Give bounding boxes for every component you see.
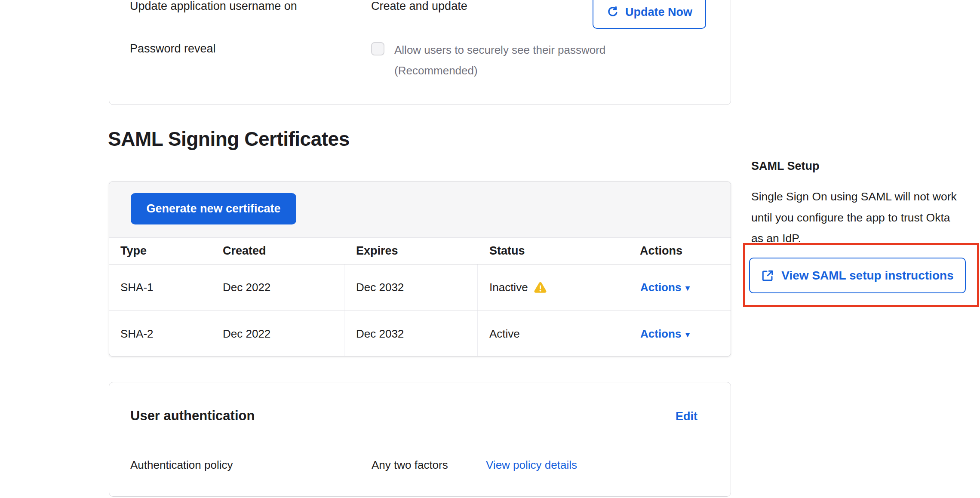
table-row-sha2: SHA-2 Dec 2022 Dec 2032 Active Actions ▾ <box>109 311 731 357</box>
refresh-icon <box>606 6 619 18</box>
cell-created: Dec 2022 <box>211 264 344 310</box>
actions-label: Actions <box>640 281 681 294</box>
view-saml-instructions-button[interactable]: View SAML setup instructions <box>749 258 966 293</box>
authentication-policy-label: Authentication policy <box>130 458 233 472</box>
user-authentication-heading: User authentication <box>130 408 255 424</box>
password-reveal-help-line2: (Recommended) <box>394 64 478 77</box>
view-saml-instructions-label: View SAML setup instructions <box>781 269 953 283</box>
edit-link[interactable]: Edit <box>676 410 697 423</box>
cell-expires: Dec 2032 <box>344 311 478 357</box>
password-reveal-help-line1: Allow users to securely see their passwo… <box>394 43 605 57</box>
cell-actions: Actions ▾ <box>628 311 731 357</box>
page-title: SAML Signing Certificates <box>108 127 350 151</box>
saml-setup-description: Single Sign On using SAML will not work … <box>751 186 960 249</box>
update-now-label: Update Now <box>625 6 692 19</box>
actions-label: Actions <box>640 327 681 341</box>
caret-down-icon: ▾ <box>685 283 690 293</box>
certificates-table-header: Type Created Expires Status Actions <box>109 238 731 264</box>
actions-dropdown[interactable]: Actions ▾ <box>628 327 690 341</box>
cell-status: Inactive <box>478 264 628 310</box>
password-reveal-checkbox[interactable] <box>371 42 384 55</box>
password-reveal-label: Password reveal <box>130 42 216 55</box>
username-update-label: Update application username on <box>130 0 297 13</box>
table-row-sha1: SHA-1 Dec 2022 Dec 2032 Inactive Actions… <box>109 264 731 311</box>
status-text: Active <box>489 327 520 341</box>
red-highlight-box: View SAML setup instructions <box>743 243 979 307</box>
cell-created: Dec 2022 <box>211 311 344 357</box>
col-header-created: Created <box>211 244 344 258</box>
user-authentication-card: User authentication Edit Authentication … <box>109 382 731 497</box>
saml-certificates-card: Generate new certificate Type Created Ex… <box>109 181 731 357</box>
col-header-type: Type <box>109 244 211 258</box>
cell-type: SHA-1 <box>109 264 211 310</box>
view-policy-details-link[interactable]: View policy details <box>486 458 577 472</box>
cell-status: Active <box>478 311 628 357</box>
cell-expires: Dec 2032 <box>344 264 478 310</box>
cell-type: SHA-2 <box>109 311 211 357</box>
cell-actions: Actions ▾ <box>628 264 731 310</box>
col-header-actions: Actions <box>628 244 731 258</box>
caret-down-icon: ▾ <box>685 329 690 339</box>
username-update-value: Create and update <box>371 0 467 13</box>
col-header-expires: Expires <box>344 244 478 258</box>
actions-dropdown[interactable]: Actions ▾ <box>628 281 690 294</box>
status-text: Inactive <box>489 281 528 294</box>
saml-setup-heading: SAML Setup <box>751 160 820 173</box>
provisioning-panel: Update application username on Create an… <box>109 0 731 105</box>
col-header-status: Status <box>478 244 628 258</box>
authentication-policy-value: Any two factors <box>372 458 448 472</box>
generate-certificate-button[interactable]: Generate new certificate <box>131 193 296 224</box>
external-link-icon <box>761 269 774 282</box>
warning-triangle-icon <box>534 281 547 294</box>
certificates-toolbar: Generate new certificate <box>109 182 731 238</box>
update-now-button[interactable]: Update Now <box>593 0 706 29</box>
